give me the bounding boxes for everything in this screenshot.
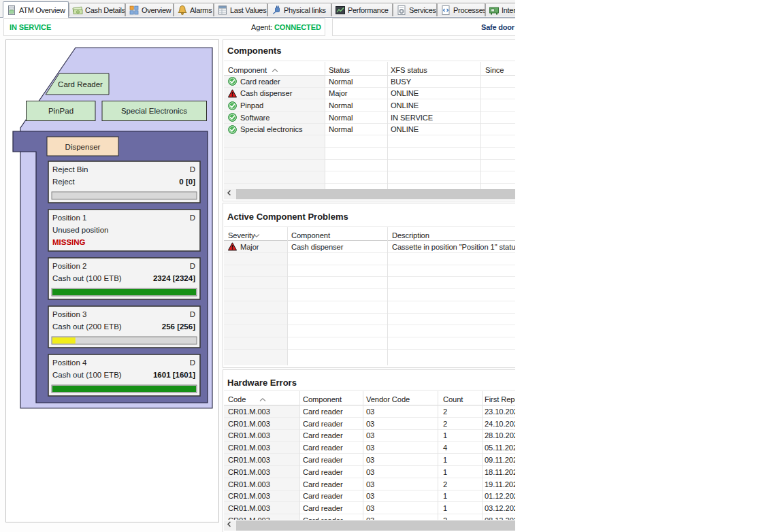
table-row[interactable]: CR01.M.003Card reader03103.12.202 [224,502,515,514]
performance-icon [335,5,346,16]
table-row[interactable]: Card readerNormalBUSY [224,76,515,88]
cell-count: 1 [443,466,447,478]
cell-component: Card reader [303,478,343,491]
cell-text: 1 [443,492,447,500]
tab-strip: ATM Overview Cash Details Overview Alarm… [0,0,515,18]
tab-cash-details[interactable]: Cash Details [69,3,125,16]
cell-text: 03 [366,516,374,520]
sort-desc-icon [253,228,260,231]
table-row[interactable]: Cash dispenserMajorONLINE [224,88,515,100]
cassette-position-4[interactable]: Position 4DCash out (100 ETB)1601 [1601] [48,354,200,396]
sort-asc-icon [259,392,266,395]
sort-asc-icon [272,63,278,66]
components-group: ComponentsComponentStatusXFS statusSince… [223,39,515,201]
cell-xfs: ONLINE [391,124,419,136]
cell-component: Pinpad [228,99,263,112]
scrollbar-thumb[interactable] [236,520,515,531]
cell-vendor: 03 [366,405,374,418]
services-icon [396,5,407,16]
tab-physical-links[interactable]: Physical links [267,3,331,16]
special-electronics-box[interactable]: Special Electronics [102,101,207,121]
table-row[interactable]: CR01.M.003Card reader03128.10.202 [224,430,515,442]
cell-text: 24.10.202 [485,420,515,428]
table-row[interactable]: MajorCash dispenserCassette in position … [224,241,515,253]
table-row[interactable]: CR01.M.003Card reader03101.12.202 [224,491,515,503]
cell-count: 2 [443,478,447,491]
cell-text: 03 [366,468,374,476]
table-row[interactable]: SoftwareNormalIN SERVICE [224,112,515,124]
table-row[interactable]: Special electronicsNormalONLINE [224,124,515,136]
cell-code: CR01.M.003 [228,478,270,491]
tab-processes[interactable]: Processes [437,3,485,16]
agent-label: Agent: [251,19,272,35]
cell-text: CR01.M.003 [228,444,270,452]
column-separator [387,241,388,365]
cassette-reject-bin[interactable]: Reject BinDReject0 [0] [48,161,200,203]
cell-text: Card reader [240,78,280,86]
card-reader-label: Card Reader [58,80,103,88]
horizontal-scrollbar[interactable] [224,189,515,199]
table-row[interactable]: CR01.M.003Card reader03208.12.202 [224,514,515,520]
tab-label: Alarms [190,6,212,14]
tab-services[interactable]: Services [393,3,437,16]
cassette-position-1[interactable]: Position 1DUnused positionMISSING [48,210,200,251]
scrollbar-left-button[interactable] [224,520,235,531]
tab-last-values[interactable]: Last Values [214,3,267,16]
cell-first: 03.12.202 [485,502,515,514]
cassette-name: Position 4 [52,359,87,367]
cell-component: Cash dispenser [291,241,343,253]
table-row[interactable]: PinpadNormalONLINE [224,99,515,112]
pinpad-box[interactable]: PinPad [27,101,96,121]
cell-code: CR01.M.003 [228,491,270,503]
tab-atm-overview[interactable]: ATM Overview [3,1,69,18]
cell-text: CR01.M.003 [228,504,270,512]
dispenser-box[interactable]: Dispenser [47,137,118,156]
table-row[interactable]: CR01.M.003Card reader03109.11.202 [224,454,515,466]
scroll-left-icon [224,519,235,532]
tab-overview[interactable]: Overview [125,3,174,16]
header-column-separator [325,62,325,76]
tab-performance[interactable]: Performance [331,3,393,16]
header-column-separator [363,391,363,405]
cell-status: Normal [329,112,353,124]
cassette-label: Cash out (200 ETB) [52,322,122,331]
cell-text: 03 [366,431,374,439]
cell-text: 09.11.202 [485,456,515,464]
cassette-position-2[interactable]: Position 2DCash out (100 ETB)2324 [2324] [48,258,200,299]
cassette-name: Position 3 [52,310,87,318]
card-reader-box[interactable]: Card Reader [46,73,109,95]
table-row[interactable]: CR01.M.003Card reader03223.10.202 [224,405,515,418]
cell-vendor: 03 [366,491,374,503]
cassette-flag: D [190,359,195,367]
cell-vendor: 03 [366,478,374,491]
cell-text: Cash dispenser [291,243,343,251]
cassette-flag: D [190,262,195,270]
table-row[interactable]: CR01.M.003Card reader03224.10.202 [224,418,515,430]
cassette-status: MISSING [52,238,86,246]
tab-alarms[interactable]: Alarms [174,3,214,16]
table-row[interactable]: CR01.M.003Card reader03405.11.202 [224,442,515,454]
scrollbar-left-button[interactable] [224,189,235,199]
cassette-value: 256 [256] [162,322,195,331]
table-rows-area: MajorCash dispenserCassette in position … [224,241,515,365]
tab-interfaces[interactable]: Interfaces [485,3,515,16]
title-separator [224,226,515,227]
special-electronics-label: Special Electronics [121,107,187,115]
alarms-icon [177,5,188,16]
cell-text: CR01.M.003 [228,408,270,416]
components-title: Components [227,46,281,56]
header-column-separator [387,227,388,241]
cell-text: 1 [443,431,447,439]
tab-strip-border [0,17,515,18]
horizontal-scrollbar[interactable] [224,520,515,531]
cassette-flag: D [190,165,195,173]
ok-icon [228,113,237,122]
cell-text: 01.12.202 [485,492,515,500]
table-row[interactable]: CR01.M.003Card reader03219.11.202 [224,478,515,491]
cell-text: 03 [366,420,374,428]
table-row[interactable]: CR01.M.003Card reader03118.11.202 [224,466,515,478]
scrollbar-thumb[interactable] [236,189,515,199]
cell-component: Card reader [303,418,343,430]
cassette-position-3[interactable]: Position 3DCash out (200 ETB)256 [256] [48,306,200,348]
cell-text: 1 [443,504,447,512]
